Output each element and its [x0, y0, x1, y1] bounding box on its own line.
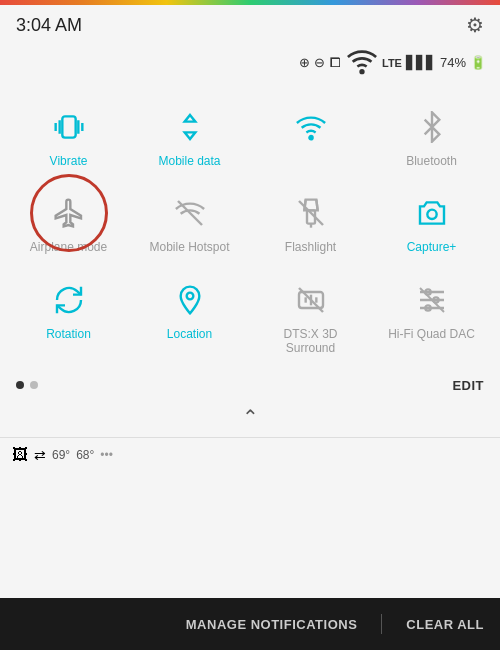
- mobile-data-icon: [174, 111, 206, 143]
- bluetooth-label: Bluetooth: [406, 154, 457, 168]
- mobile-data-icon-wrap: [167, 104, 213, 150]
- svg-point-0: [361, 70, 364, 73]
- edit-button[interactable]: EDIT: [452, 378, 484, 393]
- hotspot-label: Mobile Hotspot: [149, 240, 229, 254]
- rotation-icon: [53, 284, 85, 316]
- tile-flashlight[interactable]: Flashlight: [256, 180, 366, 262]
- bluetooth-icon: [416, 111, 448, 143]
- page-dot-1[interactable]: [16, 381, 24, 389]
- location-icon-wrap: [167, 277, 213, 323]
- flashlight-label: Flashlight: [285, 240, 336, 254]
- svg-point-2: [309, 136, 312, 139]
- lte-icon: LTE: [382, 57, 402, 69]
- temp-high: 69°: [52, 448, 70, 462]
- minus-circle-icon: ⊖: [314, 55, 325, 70]
- signal-icon: ▋▋▋: [406, 55, 436, 70]
- dts-label: DTS:X 3D Surround: [260, 327, 362, 356]
- tile-vibrate[interactable]: Vibrate: [14, 94, 124, 176]
- chevron-row: ⌃: [0, 399, 500, 437]
- tile-rotation[interactable]: Rotation: [14, 267, 124, 364]
- capture-label: Capture+: [407, 240, 457, 254]
- svg-rect-1: [62, 116, 75, 137]
- tile-hifi[interactable]: Hi-Fi Quad DAC: [377, 267, 487, 364]
- hifi-label: Hi-Fi Quad DAC: [388, 327, 475, 341]
- hotspot-icon: [174, 197, 206, 229]
- battery-percent: 74%: [440, 55, 466, 70]
- flashlight-icon-wrap: [288, 190, 334, 236]
- status-icons-row: ⊕ ⊖ ⧠ LTE ▋▋▋ 74% 🔋: [0, 43, 500, 86]
- rotation-label: Rotation: [46, 327, 91, 341]
- status-bar: 3:04 AM ⚙: [0, 5, 500, 43]
- mobile-data-label: Mobile data: [158, 154, 220, 168]
- tile-mobile-data[interactable]: Mobile data: [135, 94, 245, 176]
- tile-bluetooth[interactable]: Bluetooth: [377, 94, 487, 176]
- manage-notifications-button[interactable]: MANAGE NOTIFICATIONS: [186, 617, 358, 632]
- airplane-icon: [53, 197, 85, 229]
- ellipsis: •••: [100, 448, 113, 462]
- qs-row-2: Airplane mode Mobile Hotspot: [8, 180, 492, 262]
- flashlight-icon: [295, 197, 327, 229]
- vibrate-icon-wrap: [46, 104, 92, 150]
- status-time: 3:04 AM: [16, 15, 82, 36]
- battery-icon: 🔋: [470, 55, 486, 70]
- location-icon: [174, 284, 206, 316]
- sync-icon: ⇄: [34, 447, 46, 463]
- capture-icon: [416, 197, 448, 229]
- dts-icon: [295, 284, 327, 316]
- clear-all-button[interactable]: CLEAR ALL: [406, 617, 484, 632]
- page-dots: [16, 381, 38, 389]
- svg-point-11: [186, 292, 193, 299]
- vibrate-label: Vibrate: [50, 154, 88, 168]
- wifi-icon-wrap: [288, 104, 334, 150]
- capture-icon-wrap: [409, 190, 455, 236]
- footer: MANAGE NOTIFICATIONS CLEAR ALL: [0, 598, 500, 650]
- svg-line-9: [299, 201, 323, 225]
- pagination-row: EDIT: [0, 368, 500, 399]
- airplane-icon-wrap: [46, 190, 92, 236]
- hifi-icon-wrap: [409, 277, 455, 323]
- hifi-icon: [416, 284, 448, 316]
- svg-point-10: [427, 210, 436, 219]
- rotation-icon-wrap: [46, 277, 92, 323]
- settings-icon[interactable]: ⚙: [466, 13, 484, 37]
- footer-divider: [381, 614, 382, 634]
- wifi-icon: [295, 111, 327, 143]
- notification-bar: 🖼 ⇄ 69° 68° •••: [0, 438, 500, 472]
- chevron-up-icon[interactable]: ⌃: [242, 405, 259, 429]
- tile-dts[interactable]: DTS:X 3D Surround: [256, 267, 366, 364]
- svg-line-8: [316, 200, 317, 211]
- qs-row-3: Rotation Location DTS:X 3: [8, 267, 492, 364]
- tile-location[interactable]: Location: [135, 267, 245, 364]
- tile-airplane[interactable]: Airplane mode: [14, 180, 124, 262]
- tile-hotspot[interactable]: Mobile Hotspot: [135, 180, 245, 262]
- qs-row-1: Vibrate Mobile data: [8, 94, 492, 176]
- image-icon: 🖼: [12, 446, 28, 464]
- battery-save-icon: ⧠: [329, 55, 342, 70]
- wifi-status-icon: [346, 45, 378, 80]
- quick-settings-panel: Vibrate Mobile data: [0, 86, 500, 364]
- bluetooth-icon-wrap: [409, 104, 455, 150]
- vibrate-icon: [53, 111, 85, 143]
- location-label: Location: [167, 327, 212, 341]
- notif-icons: 🖼 ⇄ 69° 68° •••: [12, 446, 113, 464]
- page-dot-2[interactable]: [30, 381, 38, 389]
- hotspot-icon-wrap: [167, 190, 213, 236]
- tile-capture[interactable]: Capture+: [377, 180, 487, 262]
- plus-circle-icon: ⊕: [299, 55, 310, 70]
- dts-icon-wrap: [288, 277, 334, 323]
- temp-low: 68°: [76, 448, 94, 462]
- tile-wifi[interactable]: [256, 94, 366, 176]
